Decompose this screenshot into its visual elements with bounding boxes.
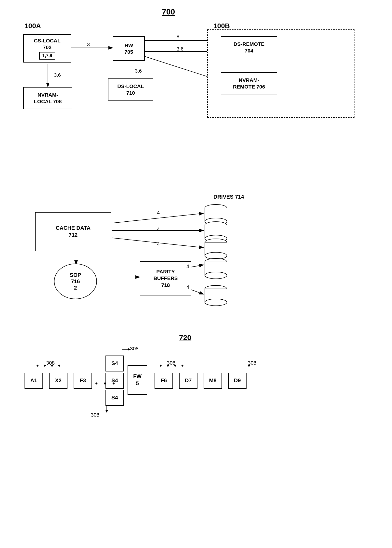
nvram-local-label: NVRAM-LOCAL 708 bbox=[34, 91, 62, 105]
svg-point-25 bbox=[205, 272, 227, 279]
cache-data-box: CACHE DATA712 bbox=[35, 212, 111, 251]
cs-local-inner: 1,7,9 bbox=[39, 52, 55, 60]
parity-buffers-label: PARITYBUFFERS718 bbox=[153, 268, 178, 288]
arrow-label-3a: 3 bbox=[87, 42, 90, 47]
block-s4-bot-label: S4 bbox=[111, 394, 118, 401]
cache-data-label: CACHE DATA712 bbox=[56, 225, 91, 239]
drive-4-icon bbox=[204, 257, 228, 280]
title-700: 700 bbox=[162, 7, 175, 16]
svg-marker-33 bbox=[105, 410, 108, 413]
diagram-container: 700 100A 100B CS-LOCAL702 1,7,9 HW705 DS… bbox=[0, 0, 392, 548]
block-m8-label: M8 bbox=[209, 377, 217, 384]
nvram-remote-label: NVRAM-REMOTE 706 bbox=[233, 77, 265, 90]
nvram-local-box: NVRAM-LOCAL 708 bbox=[23, 87, 72, 109]
ds-remote-label: DS-REMOTE704 bbox=[234, 41, 264, 54]
hw-label: HW705 bbox=[124, 42, 133, 55]
dots-top-right: • • • • bbox=[159, 362, 185, 370]
block-f6: F6 bbox=[155, 373, 173, 389]
arrow-label-4b: 4 bbox=[157, 227, 160, 232]
block-f6-label: F6 bbox=[161, 377, 167, 384]
block-x2-label: X2 bbox=[55, 377, 62, 384]
hw-box: HW705 bbox=[113, 36, 145, 61]
bracket-308-1 bbox=[115, 347, 134, 357]
sop-ellipse: SOP7162 bbox=[54, 264, 97, 299]
svg-marker-31 bbox=[128, 348, 131, 351]
label-100b: 100B bbox=[213, 22, 230, 30]
block-f3-label: F3 bbox=[80, 377, 86, 384]
nvram-remote-box: NVRAM-REMOTE 706 bbox=[221, 72, 277, 94]
block-x2: X2 bbox=[49, 373, 67, 389]
sop-label: SOP7162 bbox=[70, 272, 81, 291]
label-100a: 100A bbox=[25, 22, 41, 30]
block-f3: F3 bbox=[74, 373, 92, 389]
arrow-label-4a: 4 bbox=[157, 210, 160, 216]
dots-left: • • • bbox=[95, 379, 117, 388]
block-d7: D7 bbox=[179, 373, 197, 389]
block-fw5: FW5 bbox=[128, 365, 147, 395]
arrow-label-36a: 3,6 bbox=[177, 46, 183, 52]
ds-local-box: DS-LOCAL710 bbox=[108, 78, 153, 101]
block-d9-label: D9 bbox=[234, 377, 241, 384]
arrow-label-36c: 3,6 bbox=[54, 72, 61, 78]
parity-buffers-box: PARITYBUFFERS718 bbox=[140, 261, 191, 295]
dots-far-right: • bbox=[248, 362, 250, 370]
block-fw5-label: FW5 bbox=[133, 373, 142, 387]
svg-point-28 bbox=[205, 299, 227, 306]
ds-local-label: DS-LOCAL710 bbox=[117, 83, 144, 96]
block-s4-top-label: S4 bbox=[111, 360, 118, 367]
ds-remote-box: DS-REMOTE704 bbox=[221, 36, 277, 58]
block-a1: A1 bbox=[25, 373, 43, 389]
arrow-label-4c: 4 bbox=[157, 241, 160, 247]
block-d7-label: D7 bbox=[185, 377, 192, 384]
arrow-label-36b: 3,6 bbox=[135, 68, 142, 74]
title-720: 720 bbox=[179, 333, 191, 342]
drives-label: DRIVES 714 bbox=[213, 194, 244, 200]
block-m8: M8 bbox=[204, 373, 222, 389]
arrow-label-8: 8 bbox=[177, 34, 179, 39]
cs-local-box: CS-LOCAL702 1,7,9 bbox=[23, 34, 71, 63]
arrow-label-4d: 4 bbox=[186, 264, 189, 269]
bracket-308-5 bbox=[97, 406, 117, 416]
arrow-label-4e: 4 bbox=[186, 284, 189, 290]
block-a1-label: A1 bbox=[30, 377, 37, 384]
drive-3-icon bbox=[204, 238, 228, 260]
drive-5-icon bbox=[204, 284, 228, 306]
cs-local-label: CS-LOCAL702 bbox=[34, 37, 61, 51]
block-s4-bot: S4 bbox=[105, 390, 124, 406]
block-s4-top: S4 bbox=[105, 356, 124, 371]
dots-top-left: • • • • bbox=[36, 362, 62, 370]
block-d9: D9 bbox=[228, 373, 247, 389]
